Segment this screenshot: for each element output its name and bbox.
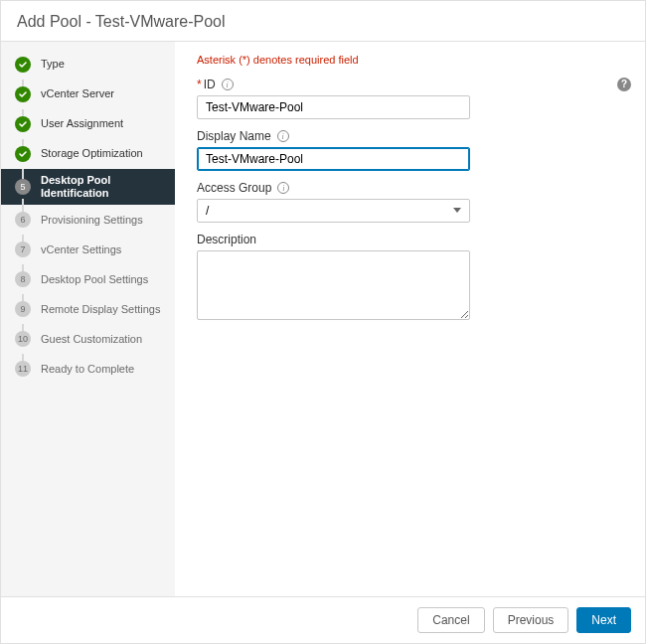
description-label: Description xyxy=(197,233,256,246)
wizard-step[interactable]: 7vCenter Settings xyxy=(1,235,175,264)
step-connector xyxy=(22,169,24,179)
step-number-icon: 7 xyxy=(15,242,31,257)
description-label-row: Description xyxy=(197,233,623,246)
wizard-step[interactable]: 11Ready to Complete xyxy=(1,354,175,384)
wizard-step-label: Ready to Complete xyxy=(41,363,134,376)
wizard-step-label: Type xyxy=(41,58,65,71)
checkmark-icon xyxy=(15,57,31,73)
next-button[interactable]: Next xyxy=(576,607,631,633)
wizard-step-label: vCenter Server xyxy=(41,87,114,100)
wizard-step[interactable]: Storage Optimization xyxy=(1,139,175,169)
display-name-label-row: Display Name i xyxy=(197,129,623,143)
info-icon[interactable]: i xyxy=(222,79,234,90)
wizard-step[interactable]: User Assignment xyxy=(1,109,175,139)
id-label: ID xyxy=(204,78,216,91)
description-input[interactable] xyxy=(197,250,470,320)
checkmark-icon xyxy=(15,116,31,132)
wizard-step-label: Desktop Pool Identification xyxy=(41,174,169,200)
wizard-step[interactable]: 6Provisioning Settings xyxy=(1,205,175,235)
form-panel: ? Asterisk (*) denotes required field *I… xyxy=(175,42,645,596)
wizard-step[interactable]: 5Desktop Pool Identification xyxy=(1,169,175,205)
access-group-field-group: Access Group i / xyxy=(197,181,623,223)
previous-button[interactable]: Previous xyxy=(493,607,569,633)
checkmark-icon xyxy=(15,86,31,102)
step-number-icon: 11 xyxy=(15,361,31,377)
wizard-step[interactable]: 8Desktop Pool Settings xyxy=(1,264,175,294)
id-label-row: *ID i xyxy=(197,78,623,91)
display-name-input[interactable] xyxy=(197,147,470,171)
dialog-footer: Cancel Previous Next xyxy=(1,596,645,643)
info-icon[interactable]: i xyxy=(277,182,289,194)
wizard-step-label: Remote Display Settings xyxy=(41,303,160,316)
wizard-step-label: Desktop Pool Settings xyxy=(41,273,148,286)
wizard-step[interactable]: vCenter Server xyxy=(1,80,175,109)
wizard-step-label: vCenter Settings xyxy=(41,243,121,256)
wizard-sidebar: TypevCenter ServerUser AssignmentStorage… xyxy=(1,42,175,596)
dialog-body: TypevCenter ServerUser AssignmentStorage… xyxy=(1,42,645,596)
dialog-header: Add Pool - Test-VMware-Pool xyxy=(1,1,645,42)
step-number-icon: 8 xyxy=(15,271,31,287)
cancel-button[interactable]: Cancel xyxy=(417,607,484,633)
wizard-step[interactable]: 10Guest Customization xyxy=(1,324,175,354)
access-group-label-row: Access Group i xyxy=(197,181,623,195)
add-pool-dialog: Add Pool - Test-VMware-Pool TypevCenter … xyxy=(0,0,646,644)
step-number-icon: 10 xyxy=(15,331,31,347)
id-field-group: *ID i xyxy=(197,78,623,119)
wizard-step-label: Guest Customization xyxy=(41,333,142,346)
display-name-field-group: Display Name i xyxy=(197,129,623,171)
step-number-icon: 5 xyxy=(15,179,31,195)
required-note: Asterisk (*) denotes required field xyxy=(197,54,623,66)
wizard-step-label: Storage Optimization xyxy=(41,147,143,160)
wizard-step-label: User Assignment xyxy=(41,117,123,130)
required-star: * xyxy=(197,78,202,91)
wizard-step[interactable]: 9Remote Display Settings xyxy=(1,294,175,324)
step-number-icon: 6 xyxy=(15,212,31,228)
checkmark-icon xyxy=(15,146,31,162)
wizard-step-label: Provisioning Settings xyxy=(41,214,143,227)
description-field-group: Description xyxy=(197,233,623,323)
dialog-title: Add Pool - Test-VMware-Pool xyxy=(17,13,226,30)
wizard-step[interactable]: Type xyxy=(1,50,175,80)
info-icon[interactable]: i xyxy=(277,130,289,142)
step-number-icon: 9 xyxy=(15,301,31,317)
id-input[interactable] xyxy=(197,95,470,119)
help-icon[interactable]: ? xyxy=(617,78,631,91)
display-name-label: Display Name xyxy=(197,129,271,143)
access-group-label: Access Group xyxy=(197,181,271,195)
access-group-select[interactable]: / xyxy=(197,199,470,223)
